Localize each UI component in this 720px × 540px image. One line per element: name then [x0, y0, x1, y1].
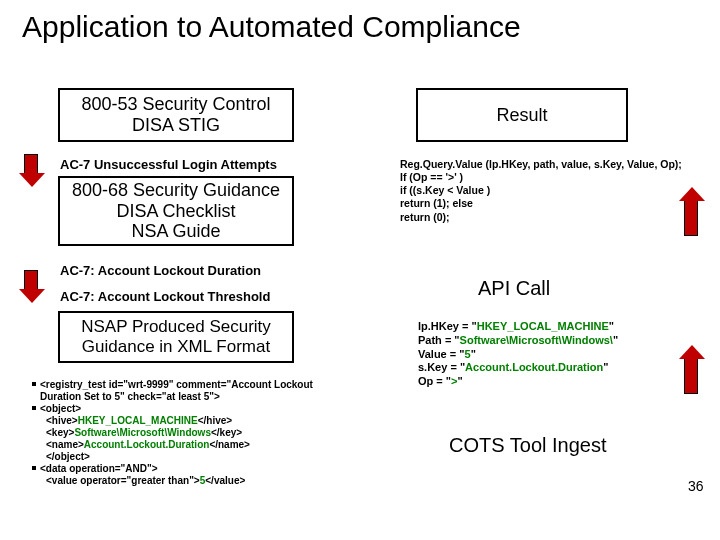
arrow-down-icon: [24, 154, 38, 174]
assign-l2: Path = "Software\Microsoft\Windows\": [418, 334, 698, 348]
assign-l1: lp.HKey = "HKEY_LOCAL_MACHINE": [418, 320, 698, 334]
result-code: Reg.Query.Value (lp.HKey, path, value, s…: [400, 158, 720, 224]
xml-l8: <value operator="greater than">5</value>: [46, 475, 245, 486]
xml-snippet: <registry_test id="wrt-9999" comment="Ac…: [32, 379, 342, 487]
code-l5: return (0);: [400, 211, 720, 224]
diagram-stage: 800-53 Security Control DISA STIG AC-7 U…: [0, 52, 720, 532]
page-number: 36: [688, 478, 704, 494]
xml-l6: </object>: [46, 451, 90, 462]
code-l3: if ((s.Key < Value ): [400, 184, 720, 197]
box-security-control-text: 800-53 Security Control DISA STIG: [81, 94, 270, 135]
label-api-call: API Call: [478, 277, 550, 300]
code-l2: If (Op == '>' ): [400, 171, 720, 184]
label-lockout-duration: AC-7: Account Lockout Duration: [60, 263, 261, 278]
assign-block: lp.HKey = "HKEY_LOCAL_MACHINE" Path = "S…: [418, 320, 698, 389]
box-result: Result: [416, 88, 628, 142]
xml-l2: <object>: [40, 403, 81, 414]
arrow-up-icon: [684, 200, 698, 236]
xml-l5: <name>Account.Lockout.Duration</name>: [46, 439, 250, 450]
label-cots-ingest: COTS Tool Ingest: [449, 434, 606, 457]
slide-title: Application to Automated Compliance: [0, 0, 720, 52]
code-l4: return (1); else: [400, 197, 720, 210]
box-result-text: Result: [496, 105, 547, 126]
arrow-down-icon: [24, 270, 38, 290]
box-security-control: 800-53 Security Control DISA STIG: [58, 88, 294, 142]
xml-l1a: <registry_test id="wrt-9999" comment="Ac…: [40, 379, 313, 390]
xml-l4: <key>Software\Microsoft\Windows</key>: [46, 427, 242, 438]
xml-l7: <data operation="AND">: [40, 463, 158, 474]
box-security-guidance: 800-68 Security Guidance DISA Checklist …: [58, 176, 294, 246]
arrow-up-icon: [684, 358, 698, 394]
assign-l4: s.Key = "Account.Lockout.Duration": [418, 361, 698, 375]
box-nsap-xml-text: NSAP Produced Security Guidance in XML F…: [81, 317, 271, 356]
code-l1: Reg.Query.Value (lp.HKey, path, value, s…: [400, 158, 720, 171]
xml-l1b: Duration Set to 5" check="at least 5">: [40, 391, 220, 402]
xml-l3: <hive>HKEY_LOCAL_MACHINE</hive>: [46, 415, 232, 426]
box-nsap-xml: NSAP Produced Security Guidance in XML F…: [58, 311, 294, 363]
box-security-guidance-text: 800-68 Security Guidance DISA Checklist …: [72, 180, 280, 242]
label-ac7-attempts: AC-7 Unsuccessful Login Attempts: [60, 157, 277, 172]
assign-l5: Op = ">": [418, 375, 698, 389]
label-lockout-threshold: AC-7: Account Lockout Threshold: [60, 289, 270, 304]
assign-l3: Value = "5": [418, 348, 698, 362]
